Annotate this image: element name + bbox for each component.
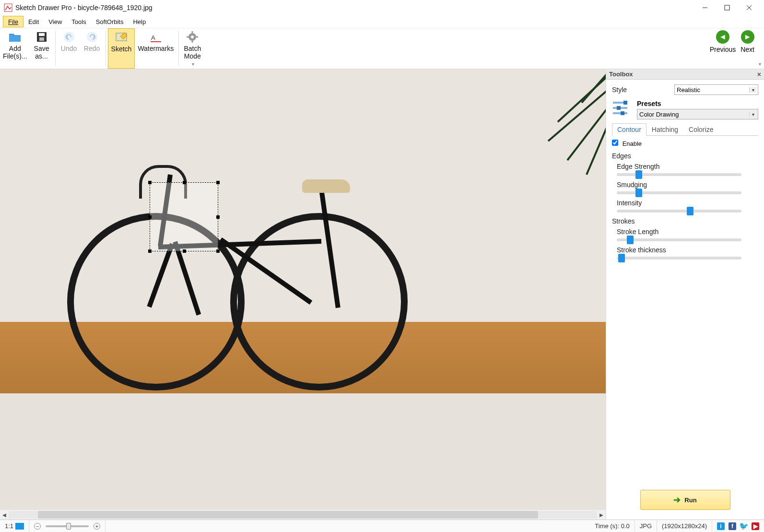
- stroke-thickness-slider[interactable]: [617, 257, 741, 260]
- smudging-label: Smudging: [617, 181, 758, 189]
- edges-group-label: Edges: [612, 152, 758, 160]
- watermarks-icon: A: [149, 30, 163, 44]
- zoom-ratio[interactable]: 1:1: [0, 520, 29, 532]
- run-button[interactable]: ➔ Run: [640, 490, 730, 510]
- smudging-slider[interactable]: [617, 191, 741, 194]
- svg-point-14: [191, 35, 194, 38]
- title-bar: Sketch Drawer Pro - bicycle-789648_1920.…: [0, 0, 764, 15]
- nav-overflow-icon[interactable]: ▾: [759, 61, 761, 67]
- menu-help[interactable]: Help: [128, 16, 151, 27]
- close-button[interactable]: [738, 0, 760, 15]
- toolbox-panel: Toolbox × Style Realistic Presets Color …: [606, 69, 764, 520]
- strokes-group-label: Strokes: [612, 217, 758, 225]
- info-icon[interactable]: i: [717, 522, 725, 530]
- bicycle-seat: [302, 179, 350, 193]
- toolbox-close-icon[interactable]: ×: [757, 71, 761, 78]
- svg-rect-24: [621, 111, 624, 115]
- save-as-button[interactable]: Save as...: [30, 28, 53, 69]
- menu-softorbits[interactable]: SoftOrbits: [91, 16, 129, 27]
- zoom-out-button[interactable]: −: [34, 523, 41, 530]
- maximize-button[interactable]: [716, 0, 738, 15]
- menu-edit[interactable]: Edit: [24, 16, 44, 27]
- menu-file[interactable]: File: [3, 16, 24, 27]
- status-time: Time (s): 0.0: [590, 520, 635, 532]
- presets-label: Presets: [637, 100, 758, 107]
- stroke-length-label: Stroke Length: [617, 228, 758, 236]
- undo-icon: [62, 30, 76, 44]
- svg-point-9: [87, 32, 97, 42]
- add-files-button[interactable]: Add File(s)...: [0, 28, 30, 69]
- zoom-slider[interactable]: [46, 525, 89, 527]
- gear-icon: [186, 30, 199, 44]
- style-select[interactable]: Realistic: [674, 84, 758, 95]
- stroke-thickness-label: Stroke thickness: [617, 246, 758, 254]
- plant-decoration: [529, 69, 606, 184]
- status-bar: 1:1 − + Time (s): 0.0 JPG (1920x1280x24)…: [0, 520, 764, 532]
- twitter-icon[interactable]: 🐦: [740, 522, 748, 530]
- horizontal-scrollbar[interactable]: ◄ ►: [0, 510, 606, 520]
- scrollbar-thumb[interactable]: [38, 511, 538, 519]
- redo-icon: [85, 30, 99, 44]
- svg-rect-7: [39, 37, 44, 41]
- toolbox-tabs: Contour Hatching Colorize: [612, 123, 758, 136]
- watermarks-button[interactable]: A Watermarks: [135, 28, 176, 69]
- minimize-button[interactable]: [694, 0, 716, 15]
- svg-rect-6: [39, 33, 45, 36]
- svg-rect-23: [613, 112, 627, 114]
- menu-tools[interactable]: Tools: [67, 16, 91, 27]
- presets-select[interactable]: Color Drawing: [637, 109, 758, 119]
- next-button[interactable]: ► Next: [740, 30, 754, 53]
- intensity-label: Intensity: [617, 199, 758, 207]
- toolbar-overflow-icon[interactable]: ▾: [192, 61, 194, 67]
- menu-view[interactable]: View: [44, 16, 67, 27]
- arrow-left-icon: ◄: [716, 30, 729, 44]
- selection-marquee[interactable]: [150, 182, 218, 251]
- redo-button[interactable]: Redo: [81, 28, 104, 69]
- edge-strength-label: Edge Strength: [617, 163, 758, 170]
- run-icon: ➔: [673, 495, 681, 505]
- enable-checkbox[interactable]: [612, 140, 618, 146]
- tab-colorize[interactable]: Colorize: [683, 123, 718, 135]
- scroll-right-icon[interactable]: ►: [597, 510, 606, 519]
- window-title: Sketch Drawer Pro - bicycle-789648_1920.…: [15, 4, 694, 12]
- tab-hatching[interactable]: Hatching: [646, 123, 683, 135]
- previous-button[interactable]: ◄ Previous: [710, 30, 736, 53]
- zoom-in-button[interactable]: +: [94, 523, 100, 530]
- toolbar: Add File(s)... Save as... Undo Redo Sket…: [0, 28, 764, 69]
- toolbox-header: Toolbox ×: [606, 69, 764, 80]
- save-icon: [35, 30, 48, 44]
- menu-bar: File Edit View Tools SoftOrbits Help: [0, 15, 764, 28]
- fit-screen-icon[interactable]: [15, 523, 24, 530]
- canvas-area: ◄ ►: [0, 69, 606, 520]
- style-label: Style: [612, 86, 674, 94]
- sketch-button[interactable]: Sketch: [108, 28, 135, 69]
- tab-contour[interactable]: Contour: [612, 123, 646, 136]
- folder-add-icon: [8, 30, 22, 44]
- enable-label: Enable: [623, 140, 642, 147]
- arrow-right-icon: ►: [741, 30, 754, 44]
- stroke-length-slider[interactable]: [617, 238, 741, 241]
- youtube-icon[interactable]: ▶: [752, 522, 759, 530]
- intensity-slider[interactable]: [617, 210, 741, 213]
- undo-button[interactable]: Undo: [58, 28, 81, 69]
- svg-rect-20: [623, 101, 627, 105]
- svg-point-8: [64, 32, 74, 42]
- sketch-icon: [115, 31, 128, 44]
- presets-icon: [612, 100, 633, 116]
- svg-text:A: A: [151, 34, 155, 41]
- svg-rect-22: [617, 106, 621, 110]
- status-format: JPG: [635, 520, 657, 532]
- image-canvas[interactable]: [0, 69, 606, 510]
- facebook-icon[interactable]: f: [729, 522, 736, 530]
- edge-strength-slider[interactable]: [617, 173, 741, 176]
- status-dimensions: (1920x1280x24): [657, 520, 712, 532]
- scroll-left-icon[interactable]: ◄: [0, 510, 9, 519]
- svg-rect-2: [725, 5, 729, 10]
- app-icon: [4, 3, 12, 12]
